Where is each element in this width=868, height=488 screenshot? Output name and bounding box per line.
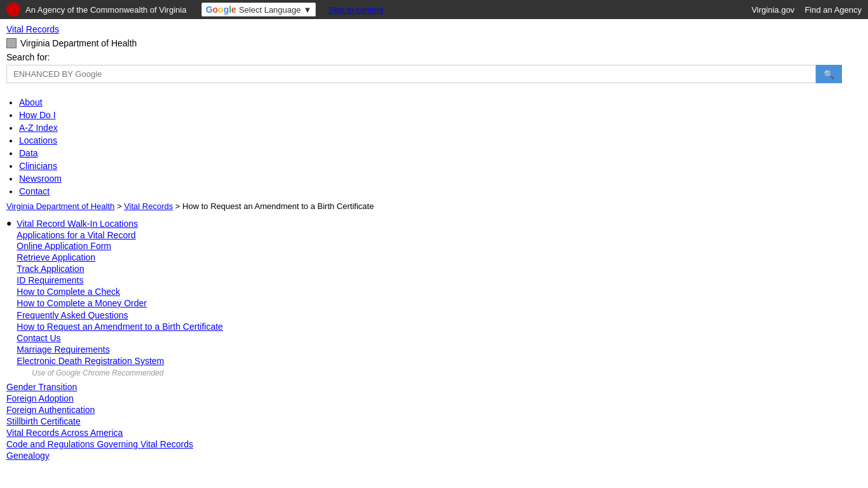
sidebar-nav: ● Vital Record Walk-In Locations Applica… bbox=[0, 215, 868, 464]
search-bar: 🔍 bbox=[6, 65, 862, 83]
agency-icon bbox=[6, 3, 20, 17]
sidebar-link-gender-transition: Gender Transition bbox=[6, 381, 862, 393]
search-icon: 🔍 bbox=[824, 69, 834, 79]
nav-link-locations[interactable]: Locations bbox=[19, 135, 57, 146]
foreign-adoption-link[interactable]: Foreign Adoption bbox=[6, 393, 74, 403]
nav-link-about[interactable]: About bbox=[19, 97, 43, 107]
nav-link-az-index[interactable]: A-Z Index bbox=[19, 123, 58, 133]
id-req-link[interactable]: ID Requirements bbox=[17, 275, 83, 285]
applications-link[interactable]: Applications for a Vital Record bbox=[17, 230, 135, 240]
nav-item-az-index: A-Z Index bbox=[19, 121, 862, 134]
sidebar-link-track-app: Track Application bbox=[17, 263, 223, 274]
gender-transition-link[interactable]: Gender Transition bbox=[6, 382, 77, 392]
nav-item-about: About bbox=[19, 96, 862, 109]
retrieve-app-link[interactable]: Retrieve Application bbox=[17, 252, 95, 262]
sidebar-sub-list-1: Vital Record Walk-In Locations Applicati… bbox=[17, 218, 223, 367]
vital-walk-in-link[interactable]: Vital Record Walk-In Locations bbox=[17, 219, 138, 229]
sidebar-link-edrs: Electronic Death Registration System bbox=[17, 355, 223, 367]
amendment-link[interactable]: How to Request an Amendment to a Birth C… bbox=[17, 322, 223, 332]
sidebar-link-applications: Applications for a Vital Record Online A… bbox=[17, 229, 223, 309]
edrs-link[interactable]: Electronic Death Registration System bbox=[17, 356, 164, 366]
google-g-logo: Google bbox=[206, 4, 236, 15]
sidebar-link-faq: Frequently Asked Questions bbox=[17, 309, 223, 321]
complete-check-link[interactable]: How to Complete a Check bbox=[17, 287, 120, 297]
breadcrumb: Virginia Department of Health > Vital Re… bbox=[0, 198, 868, 215]
nav-item-how-do-i: How Do I bbox=[19, 109, 862, 121]
top-bar-right: Virginia.gov Find an Agency bbox=[752, 5, 862, 15]
skip-to-content-link[interactable]: Skip to content bbox=[329, 5, 383, 15]
nav-link-data[interactable]: Data bbox=[19, 148, 38, 158]
sidebar-link-id-req: ID Requirements bbox=[17, 274, 223, 286]
sidebar-link-vra: Vital Records Across America bbox=[6, 427, 862, 438]
google-translate-widget[interactable]: Google Select Language ▼ bbox=[201, 3, 316, 17]
sidebar-top-list: ● Vital Record Walk-In Locations Applica… bbox=[6, 217, 862, 367]
sidebar-link-vital-walk-in: Vital Record Walk-In Locations bbox=[17, 218, 223, 229]
nav-link-how-do-i[interactable]: How Do I bbox=[19, 110, 56, 120]
nav-item-data: Data bbox=[19, 147, 862, 159]
vdh-logo-image bbox=[6, 38, 17, 48]
code-regulations-link[interactable]: Code and Regulations Governing Vital Rec… bbox=[6, 439, 193, 449]
top-bar-left: An Agency of the Commonwealth of Virgini… bbox=[6, 3, 383, 17]
translate-label: Select Language bbox=[239, 5, 301, 15]
agency-text: An Agency of the Commonwealth of Virgini… bbox=[25, 5, 186, 15]
top-bar: An Agency of the Commonwealth of Virgini… bbox=[0, 0, 868, 19]
site-header: Vital Records Virginia Department of Hea… bbox=[0, 19, 868, 93]
chrome-recommendation-text: Use of Google Chrome Recommended bbox=[32, 369, 862, 377]
bullet-icon-1: ● bbox=[6, 218, 14, 228]
genealogy-link[interactable]: Genealogy bbox=[6, 451, 50, 461]
search-button[interactable]: 🔍 bbox=[816, 65, 842, 83]
translate-arrow-icon: ▼ bbox=[304, 5, 312, 15]
sidebar-link-money-order: How to Complete a Money Order bbox=[17, 297, 223, 309]
sidebar-link-foreign-adoption: Foreign Adoption bbox=[6, 393, 862, 404]
breadcrumb-separator-2: > bbox=[175, 201, 182, 211]
track-app-link[interactable]: Track Application bbox=[17, 264, 84, 274]
breadcrumb-current-page: How to Request an Amendment to a Birth C… bbox=[182, 201, 374, 211]
nav-list: About How Do I A-Z Index Locations Data … bbox=[6, 93, 862, 198]
online-app-link[interactable]: Online Application Form bbox=[17, 241, 111, 251]
nav-link-contact[interactable]: Contact bbox=[19, 186, 50, 196]
nav-item-clinicians: Clinicians bbox=[19, 159, 862, 172]
money-order-link[interactable]: How to Complete a Money Order bbox=[17, 298, 147, 308]
breadcrumb-vdh-link[interactable]: Virginia Department of Health bbox=[6, 201, 114, 211]
stillbirth-link[interactable]: Stillbirth Certificate bbox=[6, 416, 81, 426]
find-an-agency-link[interactable]: Find an Agency bbox=[804, 5, 862, 15]
marriage-req-link[interactable]: Marriage Requirements bbox=[17, 344, 109, 355]
vdh-logo-text: Virginia Department of Health bbox=[20, 38, 137, 48]
breadcrumb-vital-records-link[interactable]: Vital Records bbox=[124, 201, 173, 211]
sidebar-link-complete-check: How to Complete a Check bbox=[17, 286, 223, 297]
sidebar-link-code-regulations: Code and Regulations Governing Vital Rec… bbox=[6, 438, 862, 450]
contact-us-link[interactable]: Contact Us bbox=[17, 333, 60, 343]
vra-link[interactable]: Vital Records Across America bbox=[6, 428, 123, 438]
nav-item-locations: Locations bbox=[19, 134, 862, 147]
sidebar-link-contact-us: Contact Us bbox=[17, 332, 223, 344]
search-label-text: Search for: bbox=[6, 52, 862, 62]
sidebar-link-genealogy: Genealogy bbox=[6, 450, 862, 461]
foreign-auth-link[interactable]: Foreign Authentication bbox=[6, 405, 95, 415]
nav-item-newsroom: Newsroom bbox=[19, 172, 862, 185]
sidebar-bottom-list: Gender Transition Foreign Adoption Forei… bbox=[6, 381, 862, 461]
site-logo: Virginia Department of Health bbox=[6, 38, 862, 48]
breadcrumb-separator-1: > bbox=[117, 201, 124, 211]
nav-link-newsroom[interactable]: Newsroom bbox=[19, 173, 62, 184]
sidebar-item-walk-in: ● Vital Record Walk-In Locations Applica… bbox=[6, 217, 862, 367]
sidebar-link-marriage-req: Marriage Requirements bbox=[17, 344, 223, 355]
applications-sub-list: Online Application Form Retrieve Applica… bbox=[17, 240, 223, 309]
virginia-gov-link[interactable]: Virginia.gov bbox=[752, 5, 795, 15]
sidebar-link-retrieve-app: Retrieve Application bbox=[17, 252, 223, 263]
nav-link-clinicians[interactable]: Clinicians bbox=[19, 161, 57, 171]
main-nav: About How Do I A-Z Index Locations Data … bbox=[0, 93, 868, 198]
nav-item-contact: Contact bbox=[19, 185, 862, 198]
sidebar-link-online-app: Online Application Form bbox=[17, 240, 223, 252]
search-input[interactable] bbox=[6, 65, 816, 83]
sidebar-link-stillbirth: Stillbirth Certificate bbox=[6, 416, 862, 427]
vital-records-header-link[interactable]: Vital Records bbox=[6, 24, 862, 34]
sidebar-link-amendment: How to Request an Amendment to a Birth C… bbox=[17, 321, 223, 332]
sidebar-link-foreign-auth: Foreign Authentication bbox=[6, 404, 862, 416]
faq-link[interactable]: Frequently Asked Questions bbox=[17, 310, 128, 320]
